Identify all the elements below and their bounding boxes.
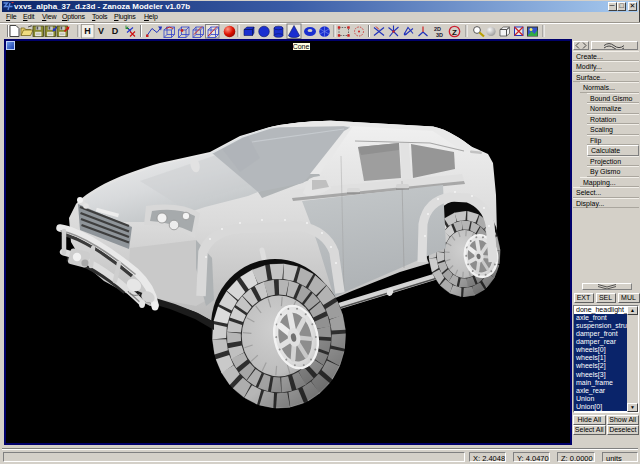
svg-text:D: D: [112, 26, 119, 36]
svg-text:Z: Z: [452, 28, 457, 37]
svg-text:H: H: [84, 26, 91, 36]
svg-text:V: V: [98, 26, 104, 36]
svg-text:3D: 3D: [436, 32, 443, 38]
